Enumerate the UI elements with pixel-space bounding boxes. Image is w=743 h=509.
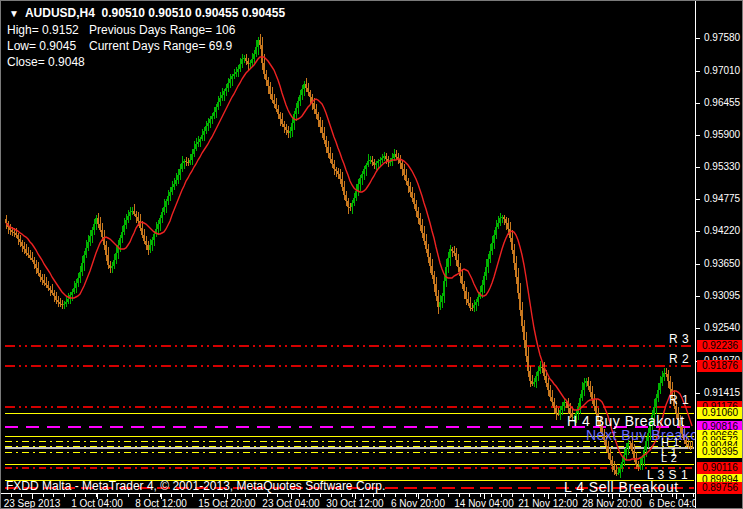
info-prev-range: Previous Days Range= 106 xyxy=(89,23,235,37)
candle-body xyxy=(165,201,167,207)
time-minor-tick xyxy=(512,494,513,497)
candle-body xyxy=(171,187,173,192)
candle-body xyxy=(101,230,103,237)
candle-body xyxy=(29,255,31,258)
time-minor-tick xyxy=(139,494,140,497)
candle-body xyxy=(613,466,615,470)
candle-body xyxy=(67,299,69,302)
candle-body xyxy=(113,260,115,266)
candle-body xyxy=(63,304,65,305)
candle-body xyxy=(177,175,179,180)
time-minor-tick xyxy=(395,494,396,497)
price-level-badge: 0.91060 xyxy=(697,407,743,419)
time-minor-tick xyxy=(277,494,278,497)
time-minor-tick xyxy=(224,494,225,497)
time-minor-tick xyxy=(533,494,534,497)
candle-wick xyxy=(222,88,223,101)
candle-body xyxy=(119,238,121,245)
candle-body xyxy=(65,302,67,304)
candle-body xyxy=(129,212,131,216)
time-minor-tick xyxy=(491,494,492,497)
candle-body xyxy=(475,302,477,305)
candle-body xyxy=(251,59,253,63)
time-axis[interactable]: 23 Sep 20131 Oct 04:008 Oct 12:0015 Oct … xyxy=(1,493,695,509)
candle-body xyxy=(45,283,47,285)
candle-body xyxy=(345,195,347,201)
candle-body xyxy=(47,285,49,288)
candle-body xyxy=(517,277,519,293)
candle-body xyxy=(333,164,335,169)
candle-body xyxy=(259,40,261,45)
candle-body xyxy=(453,251,455,253)
candle-body xyxy=(91,230,93,236)
candle-body xyxy=(431,266,433,275)
mt4-chart-window: R 3R 2R 1H 4 Buy BreakoutNext Buy Breako… xyxy=(0,0,743,509)
candle-body xyxy=(277,109,279,114)
candle-body xyxy=(195,144,197,149)
candle-body xyxy=(261,45,263,63)
time-minor-tick xyxy=(427,494,428,497)
time-minor-tick xyxy=(64,494,65,497)
candle-body xyxy=(175,180,177,184)
candle-body xyxy=(675,406,677,413)
time-minor-tick xyxy=(288,494,289,497)
candle-body xyxy=(627,443,629,448)
candle-body xyxy=(313,103,315,109)
candle-body xyxy=(491,243,493,251)
price-level-badge: 0.89756 xyxy=(697,482,743,494)
candle-body xyxy=(55,296,57,300)
candle-body xyxy=(225,88,227,91)
candle-body xyxy=(281,119,283,124)
info-low: Low= 0.9045 xyxy=(7,39,76,53)
level-label-r-3: R 3 xyxy=(669,332,689,346)
candle-body xyxy=(363,169,365,174)
price-level-badge: 0.90116 xyxy=(697,462,743,474)
candle-body xyxy=(587,381,589,386)
chart-surface[interactable]: R 3R 2R 1H 4 Buy BreakoutNext Buy Breako… xyxy=(1,1,743,509)
candle-body xyxy=(367,161,369,165)
price-tick-mark xyxy=(696,167,700,168)
candle-body xyxy=(471,308,473,309)
price-tick-mark xyxy=(696,103,700,104)
candle-body xyxy=(663,373,665,377)
price-axis[interactable]: 0.975800.970100.964550.959000.953300.947… xyxy=(695,1,743,509)
candle-body xyxy=(469,303,471,308)
candle-body xyxy=(373,162,375,165)
candle-body xyxy=(71,292,73,295)
time-minor-tick xyxy=(341,494,342,497)
candle-body xyxy=(595,406,597,413)
candle-body xyxy=(51,290,53,293)
price-tick-label: 0.91415 xyxy=(704,387,740,398)
candle-body xyxy=(11,230,13,232)
candle-body xyxy=(355,191,357,198)
price-tick-label: 0.94775 xyxy=(704,193,740,204)
candle-wick xyxy=(504,215,505,225)
candle-body xyxy=(169,192,171,196)
price-level-badge: 0.92236 xyxy=(697,340,743,352)
candle-body xyxy=(87,242,89,248)
time-minor-tick xyxy=(501,494,502,497)
candle-body xyxy=(629,443,631,444)
candle-body xyxy=(559,410,561,415)
candle-body xyxy=(203,131,205,135)
candle-body xyxy=(163,207,165,212)
candle-body xyxy=(583,383,585,390)
candle-body xyxy=(269,86,271,94)
candle-body xyxy=(271,94,273,100)
candle-body xyxy=(339,174,341,179)
candle-body xyxy=(247,61,249,64)
candle-body xyxy=(123,225,125,232)
candle-body xyxy=(223,91,225,95)
level-label-r-1: R 1 xyxy=(669,393,689,407)
chart-menu-icon[interactable]: ▼ xyxy=(9,8,19,19)
time-minor-tick xyxy=(448,494,449,497)
candle-body xyxy=(335,169,337,171)
candle-body xyxy=(315,109,317,114)
candle-body xyxy=(199,139,201,142)
candle-body xyxy=(59,302,61,304)
candle-body xyxy=(257,40,259,47)
candle-body xyxy=(273,100,275,104)
candle-wick xyxy=(232,74,233,86)
candle-body xyxy=(551,397,553,402)
price-tick-mark xyxy=(696,38,700,39)
